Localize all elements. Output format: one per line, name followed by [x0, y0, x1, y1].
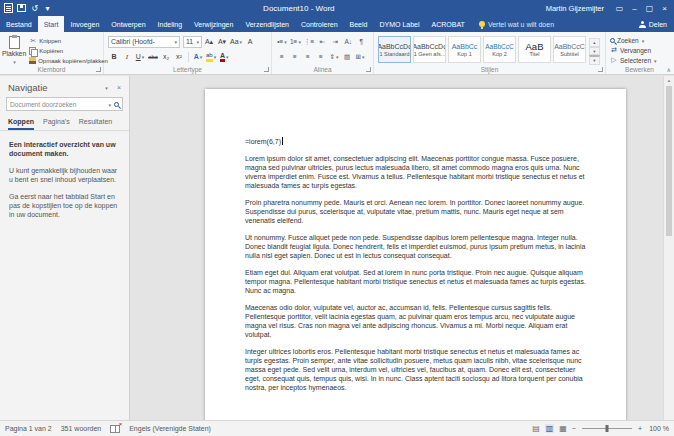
- tab-dymo-label[interactable]: DYMO Label: [373, 16, 425, 32]
- zoom-in-button[interactable]: +: [638, 425, 642, 432]
- chevron-down-icon: [361, 53, 365, 60]
- tab-invoegen[interactable]: Invoegen: [64, 16, 105, 32]
- shading-button[interactable]: ▨: [341, 51, 353, 63]
- word-count[interactable]: 351 woorden: [61, 425, 101, 432]
- gallery-scroll-down-button[interactable]: ▾: [589, 47, 600, 56]
- tab-acrobat[interactable]: ACROBAT: [426, 16, 471, 32]
- decrease-indent-button[interactable]: ⇤: [316, 36, 328, 48]
- underline-button[interactable]: U: [134, 51, 146, 63]
- navigation-pane-body: Een interactief overzicht van uw documen…: [0, 131, 129, 236]
- clear-formatting-button[interactable]: A: [244, 36, 256, 48]
- minimize-button[interactable]: –: [627, 0, 642, 16]
- document-canvas[interactable]: =lorem(6,7) Lorem ipsum dolor sit amet, …: [130, 76, 663, 420]
- page-indicator[interactable]: Pagina 1 van 2: [5, 425, 52, 432]
- text-effects-button[interactable]: A: [192, 51, 204, 63]
- tab-start[interactable]: Start: [38, 16, 65, 32]
- style-standaard[interactable]: AaBbCcDc 1 Standaard: [378, 36, 411, 63]
- nav-tab-paginas[interactable]: Pagina's: [43, 118, 70, 130]
- search-options-chevron-icon[interactable]: [107, 101, 111, 108]
- scrollbar-thumb[interactable]: [666, 86, 672, 236]
- tab-verzendlijsten[interactable]: Verzendlijsten: [239, 16, 295, 32]
- language-indicator[interactable]: Engels (Verenigde Staten): [129, 425, 211, 432]
- zoom-percentage[interactable]: 100 %: [646, 425, 669, 432]
- font-name-select[interactable]: Calibri (Hoofd-: [108, 36, 180, 48]
- style-kop-2[interactable]: AaBbCcC Kop 2: [483, 36, 516, 63]
- grow-font-button[interactable]: A▴: [203, 36, 215, 48]
- tab-bestand[interactable]: Bestand: [0, 16, 38, 32]
- style-subtitel[interactable]: AaBbCcC Subtitel: [553, 36, 586, 63]
- pane-options-chevron-icon[interactable]: [101, 84, 111, 91]
- clipboard-group-label: Klembord: [0, 66, 103, 73]
- select-button[interactable]: ▷ Selecteren: [608, 55, 671, 65]
- tab-ontwerpen[interactable]: Ontwerpen: [105, 16, 151, 32]
- align-center-button[interactable]: ≡: [289, 51, 301, 63]
- borders-button[interactable]: ⊞: [354, 51, 366, 63]
- line-spacing-button[interactable]: ⇕: [328, 51, 340, 63]
- font-dialog-launcher[interactable]: [264, 67, 269, 72]
- scroll-up-icon[interactable]: ▴: [664, 77, 674, 83]
- paste-button[interactable]: Plakken: [2, 34, 26, 66]
- gallery-scroll-up-button[interactable]: ▴: [589, 38, 600, 47]
- show-formatting-marks-button[interactable]: ¶: [355, 36, 367, 48]
- web-layout-button[interactable]: ▦: [558, 424, 568, 433]
- font-size-select[interactable]: 11: [183, 36, 202, 48]
- sort-button[interactable]: A↓: [342, 36, 354, 48]
- document-page[interactable]: =lorem(6,7) Lorem ipsum dolor sit amet, …: [205, 89, 626, 420]
- strikethrough-button[interactable]: abc: [147, 51, 159, 63]
- collapse-ribbon-button[interactable]: ∧: [667, 66, 671, 73]
- style-geen-afstand[interactable]: AaBbCcDc 1 Geen afs...: [413, 36, 446, 63]
- proofing-icon[interactable]: [110, 425, 120, 433]
- bold-button[interactable]: B: [108, 51, 120, 63]
- restore-button[interactable]: ▢: [642, 0, 657, 16]
- search-icon[interactable]: [114, 102, 119, 107]
- align-left-button[interactable]: ≡: [276, 51, 288, 63]
- replace-button[interactable]: ⇄ Vervangen: [608, 45, 671, 55]
- share-button[interactable]: Delen: [635, 16, 671, 32]
- tab-beeld[interactable]: Beeld: [344, 16, 374, 32]
- ribbon-display-options-button[interactable]: ▭: [612, 0, 627, 16]
- nav-tab-koppen[interactable]: Koppen: [8, 118, 34, 130]
- close-pane-button[interactable]: ×: [114, 84, 124, 91]
- style-titel[interactable]: AaB Titel: [518, 36, 551, 63]
- zoom-out-button[interactable]: −: [572, 425, 576, 432]
- multilevel-list-button[interactable]: ⋮≡: [303, 36, 315, 48]
- change-case-button[interactable]: Aa: [229, 36, 243, 48]
- paragraph-dialog-launcher[interactable]: [366, 67, 371, 72]
- zoom-slider[interactable]: [582, 428, 632, 429]
- read-mode-button[interactable]: ▤: [531, 424, 541, 433]
- bullets-button[interactable]: •≡: [276, 36, 288, 48]
- cut-button[interactable]: ✂ Knippen: [29, 37, 108, 45]
- account-name[interactable]: Martin Gijzemijter: [546, 4, 604, 13]
- increase-indent-button[interactable]: ⇥: [329, 36, 341, 48]
- justify-button[interactable]: ≡: [315, 51, 327, 63]
- close-button[interactable]: ×: [657, 0, 672, 16]
- save-button[interactable]: [17, 4, 26, 12]
- tab-indeling[interactable]: Indeling: [152, 16, 189, 32]
- shrink-font-button[interactable]: A▾: [216, 36, 228, 48]
- clipboard-dialog-launcher[interactable]: [96, 67, 101, 72]
- superscript-button[interactable]: x²: [173, 51, 185, 63]
- find-button[interactable]: Zoeken: [608, 35, 671, 45]
- print-layout-button[interactable]: ▥: [545, 424, 555, 433]
- tab-verwijzingen[interactable]: Verwijzingen: [188, 16, 239, 32]
- search-input[interactable]: [10, 101, 104, 108]
- tell-me-box[interactable]: Vertel wat u wilt doen: [479, 16, 554, 32]
- zoom-slider-thumb[interactable]: [605, 425, 608, 432]
- subscript-button[interactable]: x₂: [160, 51, 172, 63]
- numbering-button[interactable]: 1≡: [289, 36, 302, 48]
- tab-controleren[interactable]: Controleren: [295, 16, 344, 32]
- align-right-button[interactable]: ≡: [302, 51, 314, 63]
- format-painter-button[interactable]: Opmaak kopiëren/plakken: [29, 57, 108, 64]
- gallery-more-button[interactable]: ▾: [589, 55, 600, 65]
- styles-dialog-launcher[interactable]: [598, 67, 603, 72]
- qat-customize-button[interactable]: ▾: [43, 3, 52, 14]
- font-color-button[interactable]: A: [218, 51, 230, 63]
- undo-button[interactable]: ↺: [30, 3, 39, 14]
- vertical-scrollbar[interactable]: ▴: [663, 76, 674, 420]
- text-highlight-button[interactable]: ab: [205, 51, 217, 63]
- italic-button[interactable]: I: [121, 51, 133, 63]
- nav-tab-resultaten[interactable]: Resultaten: [79, 118, 112, 130]
- style-kop-1[interactable]: AaBbCc Kop 1: [448, 36, 481, 63]
- chevron-down-icon: [173, 38, 177, 45]
- copy-button[interactable]: Kopiëren: [29, 47, 108, 55]
